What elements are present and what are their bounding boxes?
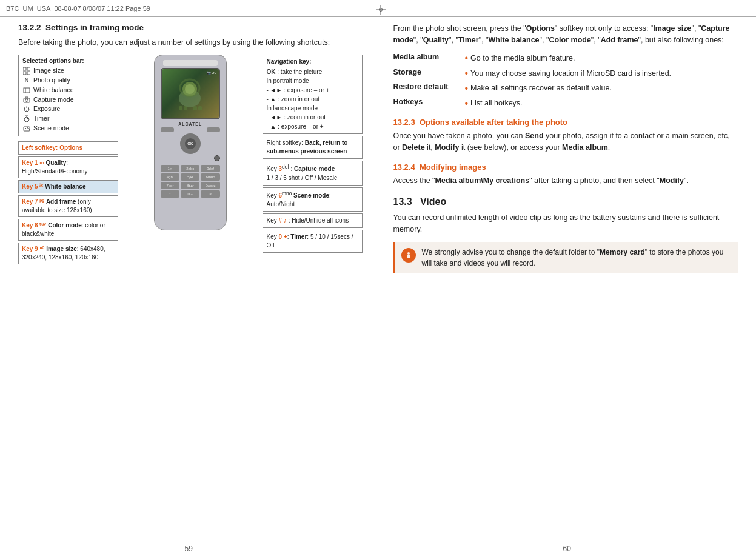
key-9[interactable]: 9wxyz <box>201 182 219 189</box>
white-balance-icon <box>22 86 31 95</box>
phone-screen-image <box>162 69 219 118</box>
phone-screen: 📷 20 <box>161 68 220 119</box>
def-row-hotkeys: Hotkeys •List all hotkeys. <box>393 98 738 109</box>
key-5[interactable]: 5jkl <box>181 173 199 181</box>
svg-rect-4 <box>24 88 30 93</box>
section-heading-133: 13.3 Video <box>393 196 738 207</box>
list-item: Exposure <box>22 104 114 114</box>
info-box: We strongly advise you to change the def… <box>393 242 738 273</box>
page-container: B7C_UM_USA_08-08-07 8/08/07 11:22 Page 5… <box>0 0 756 559</box>
options-box-title: Selected options bar: <box>22 58 114 64</box>
right-softkey-box: Right softkey: Back, return to sub-menus… <box>263 136 363 159</box>
phone-brand-label: ALCATEL <box>158 122 222 126</box>
bullet-icon: • <box>465 68 469 78</box>
timer-callout: Key 0 +: Timer: 5 / 10 / 15secs / Off <box>263 230 363 253</box>
svg-point-7 <box>25 99 28 101</box>
list-item: Timer <box>22 114 114 124</box>
svg-rect-26 <box>198 106 202 110</box>
def-desc-storage: •You may choose saving location if Micro… <box>465 68 738 79</box>
key-hash[interactable]: # <box>201 190 219 198</box>
def-desc-media-album: •Go to the media album feature. <box>465 53 738 64</box>
key-star[interactable]: * <box>161 190 179 198</box>
lion-silhouette <box>170 77 210 110</box>
section-232-text: Once you have taken a photo, you can Sen… <box>393 130 738 154</box>
key-6[interactable]: 6mno <box>201 173 219 181</box>
callout-boxes: Navigation key: OK : take the picture In… <box>263 55 363 264</box>
exposure-icon <box>22 105 31 113</box>
key-boxes-area: Left softkey: Options Key 1 ∞ Quality: H… <box>18 141 118 264</box>
svg-rect-29 <box>407 255 410 258</box>
right-intro-text: From the photo shot screen, press the "O… <box>393 23 738 47</box>
camera-info-icon <box>404 250 413 260</box>
def-term-media-album: Media album <box>393 53 460 61</box>
section-title-1324: Modifying images <box>420 162 486 172</box>
left-page: 13.2.2 Settings in framing mode Before t… <box>0 0 378 559</box>
svg-rect-23 <box>179 106 182 110</box>
page-number-right: 60 <box>563 544 571 553</box>
nav-key-content: OK : take the picture In portrait mode -… <box>267 67 358 131</box>
section-heading-1322: 13.2.2 Settings in framing mode <box>18 23 363 32</box>
left-softkey-button[interactable] <box>161 127 174 132</box>
key-8[interactable]: 8tuv <box>181 182 199 189</box>
right-page: From the photo shot screen, press the "O… <box>378 0 757 559</box>
key8-color-mode-box: Key 8 ᵗᵘᵛ Color mode: color or black&whi… <box>18 219 118 241</box>
def-desc-restore: •Make all settings recover as default va… <box>465 82 738 94</box>
def-term-storage: Storage <box>393 68 460 76</box>
key-1[interactable]: 1∞ <box>161 165 179 172</box>
key1-quality-box: Key 1 ∞ Quality: High/Standard/Economy <box>18 156 118 178</box>
section-number: 13.2.2 <box>18 23 41 32</box>
navigation-key-box: Navigation key: OK : take the picture In… <box>263 55 363 134</box>
key-7[interactable]: 7pqr <box>161 182 179 189</box>
capture-mode-callout: Key 3def : Capture mode1 / 3 / 5 shot / … <box>263 161 363 185</box>
key-2[interactable]: 2abc <box>181 165 199 172</box>
timer-icon <box>22 115 31 123</box>
key-0[interactable]: 0 + <box>181 190 199 198</box>
phone-softkeys <box>158 127 222 132</box>
section-number-1324: 13.2.4 <box>393 162 415 172</box>
svg-rect-25 <box>193 106 197 110</box>
right-softkey-button[interactable] <box>207 127 220 132</box>
ok-button[interactable]: OK <box>185 138 196 149</box>
section-1324-text: Access the "Media album\My creations" af… <box>393 175 738 187</box>
key-4[interactable]: 4ghi <box>161 173 179 181</box>
bullet-icon: • <box>465 98 469 109</box>
page-number-left: 59 <box>185 544 193 553</box>
capture-mode-icon <box>22 96 31 104</box>
phone-keypad: 1∞ 2abc 3def 4ghi 5jkl 6mno 7pqr 8tuv 9w… <box>158 164 222 199</box>
selected-options-box: Selected options bar: Image size N Photo… <box>18 55 118 136</box>
def-row-media-album: Media album •Go to the media album featu… <box>393 53 738 64</box>
svg-point-28 <box>407 252 410 255</box>
section-title-133: Video <box>420 196 446 207</box>
section-number-232: 13.2.3 <box>393 118 415 127</box>
svg-line-17 <box>27 118 28 119</box>
camera-btn-area <box>158 155 222 161</box>
diagram-area: Selected options bar: Image size N Photo… <box>18 55 363 264</box>
section-number-133: 13.3 <box>393 196 412 207</box>
scene-mode-icon <box>22 124 31 133</box>
nav-cross[interactable]: OK <box>180 133 201 154</box>
svg-rect-24 <box>184 106 187 110</box>
info-box-text: We strongly advise you to change the def… <box>422 247 732 269</box>
key-3[interactable]: 3def <box>201 165 219 172</box>
def-term-hotkeys: Hotkeys <box>393 98 460 106</box>
key9-image-size-box: Key 9 ⁿ⁰ Image size: 640x480, 320x240, 1… <box>18 243 118 264</box>
list-item: N Photo quality <box>22 76 114 85</box>
section-title: Settings in framing mode <box>45 23 144 32</box>
key5-white-balance-box: Key 5 ʲᵏ White balance <box>18 180 118 193</box>
intro-text: Before taking the photo, you can adjust … <box>18 37 363 49</box>
section-133-text: You can record unlimited length of video… <box>393 212 738 236</box>
list-item: White balance <box>22 85 114 95</box>
section-title-232: Options available after taking the photo <box>420 118 567 127</box>
info-icon <box>401 248 416 263</box>
subsection-heading-1323: 13.2.3 Options available after taking th… <box>393 118 738 127</box>
hide-icons-callout: Key # ♪ : Hide/Unhide all icons <box>263 213 363 228</box>
nav-cross-area: OK <box>158 133 222 154</box>
camera-button[interactable] <box>214 155 220 161</box>
phone-body: 📷 20 ALCATEL OK <box>154 55 227 230</box>
nav-key-title: Navigation key: <box>267 58 358 66</box>
key7-add-frame-box: Key 7 ᵖᵍ Add frame (only available to si… <box>18 195 118 217</box>
bullet-icon: • <box>465 83 469 93</box>
svg-rect-8 <box>25 97 28 98</box>
def-row-restore: Restore default •Make all settings recov… <box>393 82 738 94</box>
list-item: Scene mode <box>22 124 114 133</box>
